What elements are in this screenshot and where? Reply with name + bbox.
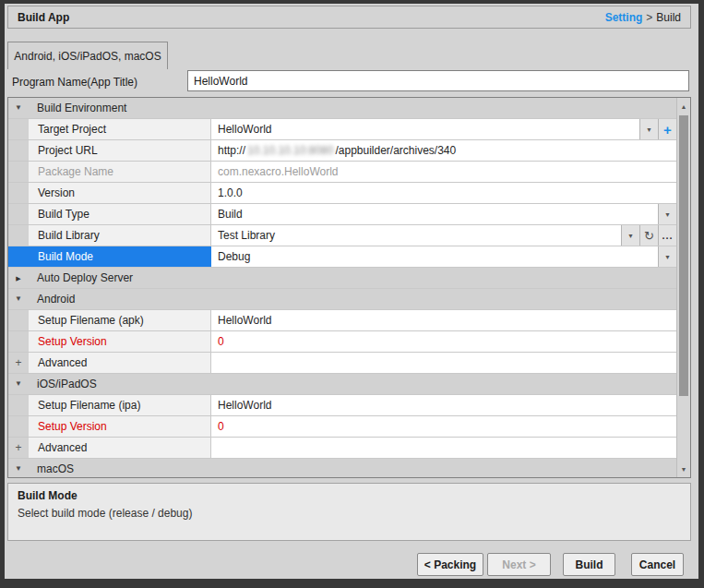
tab-android-ios-macos[interactable]: Android, iOS/iPadOS, macOS: [7, 42, 168, 69]
row-indent: [8, 331, 29, 352]
setup-filename-ipa-field[interactable]: HelloWorld: [211, 395, 676, 415]
grid-row-advanced-ios[interactable]: + Advanced: [8, 438, 676, 459]
build-library-field[interactable]: Test Library: [211, 225, 621, 246]
setup-version-apk-field[interactable]: 0: [211, 331, 676, 352]
row-indent: [8, 162, 29, 182]
group-row-macos[interactable]: ▼ macOS: [8, 459, 676, 477]
group-label: iOS/iPadOS: [29, 374, 97, 394]
build-library-dropdown-button[interactable]: ▼: [621, 225, 639, 246]
grid-row-build-mode[interactable]: Build Mode Debug ▼: [8, 246, 676, 268]
prop-label: Advanced: [29, 438, 211, 458]
row-expander[interactable]: +: [8, 438, 29, 458]
grid-row-build-type[interactable]: Build Type Build ▼: [8, 204, 676, 225]
breadcrumb: Setting > Build: [605, 11, 681, 24]
group-row-auto-deploy-server[interactable]: ▶ Auto Deploy Server: [8, 268, 676, 289]
prop-label-error: Setup Version: [29, 416, 211, 437]
grid-row-setup-filename-apk[interactable]: Setup Filename (apk) HelloWorld: [8, 310, 676, 331]
description-title: Build Mode: [18, 489, 681, 502]
property-description-panel: Build Mode Select build mode (release / …: [7, 483, 691, 541]
prop-label: Setup Filename (ipa): [29, 395, 211, 415]
dialog-title: Build App: [18, 11, 69, 24]
group-row-build-environment[interactable]: ▼ Build Environment: [8, 98, 676, 119]
breadcrumb-separator: >: [646, 11, 652, 24]
row-indent: [8, 395, 29, 415]
setup-filename-apk-field[interactable]: HelloWorld: [211, 310, 676, 330]
prop-label: Package Name: [29, 162, 211, 182]
add-project-button[interactable]: +: [658, 119, 676, 139]
build-mode-field[interactable]: Debug: [211, 246, 658, 267]
grid-row-setup-version-ipa[interactable]: Setup Version 0: [8, 416, 676, 438]
group-label: Build Environment: [29, 98, 126, 118]
build-type-dropdown-button[interactable]: ▼: [658, 204, 676, 224]
project-url-field[interactable]: http:// 10.10.10.10:8080 /appbuilder/arc…: [211, 140, 676, 161]
breadcrumb-current: Build: [656, 11, 681, 24]
version-field[interactable]: 1.0.0: [211, 183, 676, 203]
row-expander[interactable]: +: [8, 353, 29, 373]
property-grid-rows: ▼ Build Environment Target Project Hello…: [8, 98, 676, 477]
dialog-titlebar: Build App Setting > Build: [7, 6, 691, 29]
chevron-down-icon: ▼: [646, 126, 652, 133]
grid-row-package-name[interactable]: Package Name com.nexacro.HelloWorld: [8, 162, 676, 183]
row-expander[interactable]: ▼: [8, 98, 29, 118]
row-indent: [8, 416, 29, 437]
browse-library-button[interactable]: ...: [658, 225, 676, 246]
scroll-up-icon: ▲: [681, 103, 687, 110]
url-suffix: /appbuilder/archives/340: [335, 144, 456, 157]
breadcrumb-setting-link[interactable]: Setting: [605, 11, 643, 24]
ellipsis-icon: ...: [662, 230, 673, 241]
build-button[interactable]: Build: [563, 553, 615, 576]
property-grid: ▼ Build Environment Target Project Hello…: [7, 97, 691, 478]
group-row-ios-ipados[interactable]: ▼ iOS/iPadOS: [8, 374, 676, 395]
build-app-dialog: Build App Setting > Build Android, iOS/i…: [0, 0, 704, 588]
row-indent: [8, 310, 29, 330]
row-indent: [8, 119, 29, 139]
row-indent: [8, 183, 29, 203]
row-expander[interactable]: ▶: [8, 268, 29, 288]
grid-row-setup-version-apk[interactable]: Setup Version 0: [8, 331, 676, 353]
plus-icon: +: [663, 122, 672, 138]
target-project-dropdown-button[interactable]: ▼: [639, 119, 658, 139]
grid-row-project-url[interactable]: Project URL http:// 10.10.10.10:8080 /ap…: [8, 140, 676, 162]
scroll-down-button[interactable]: ▼: [677, 462, 690, 475]
tab-label: Android, iOS/iPadOS, macOS: [14, 50, 161, 63]
cancel-button[interactable]: Cancel: [631, 553, 684, 576]
group-label: Android: [29, 289, 75, 309]
grid-row-version[interactable]: Version 1.0.0: [8, 183, 676, 204]
prop-label: Build Type: [29, 204, 211, 224]
prop-label: Setup Filename (apk): [29, 310, 211, 330]
advanced-android-field: [211, 353, 676, 373]
prop-label: Version: [29, 183, 211, 203]
grid-row-build-library[interactable]: Build Library Test Library ▼ ↻ ...: [8, 225, 676, 246]
scrollbar-thumb[interactable]: [679, 115, 688, 396]
setup-version-ipa-field[interactable]: 0: [211, 416, 676, 437]
grid-row-target-project[interactable]: Target Project HelloWorld ▼ +: [8, 119, 676, 140]
expand-plus-icon: +: [15, 442, 21, 453]
packing-button[interactable]: < Packing: [417, 553, 483, 576]
collapse-icon: ▼: [15, 295, 22, 303]
refresh-library-button[interactable]: ↻: [639, 225, 658, 246]
group-label: macOS: [29, 459, 74, 477]
row-indent: [8, 204, 29, 224]
program-name-label: Program Name(App Title): [12, 72, 137, 92]
url-prefix: http://: [218, 144, 245, 157]
build-mode-dropdown-button[interactable]: ▼: [658, 246, 676, 267]
scroll-up-button[interactable]: ▲: [677, 100, 690, 113]
group-row-android[interactable]: ▼ Android: [8, 289, 676, 310]
target-project-field[interactable]: HelloWorld: [211, 119, 639, 139]
collapse-icon: ▼: [15, 465, 22, 473]
prop-label-error: Setup Version: [29, 331, 211, 352]
row-expander[interactable]: ▼: [8, 374, 29, 394]
build-type-field[interactable]: Build: [211, 204, 658, 224]
chevron-down-icon: ▼: [627, 233, 634, 239]
grid-scrollbar[interactable]: ▲ ▼: [676, 98, 690, 477]
program-name-input[interactable]: [187, 70, 689, 91]
expand-plus-icon: +: [15, 357, 21, 368]
grid-row-advanced-android[interactable]: + Advanced: [8, 353, 676, 374]
group-label: Auto Deploy Server: [29, 268, 133, 288]
url-redacted-segment: 10.10.10.10:8080: [247, 144, 333, 157]
grid-row-setup-filename-ipa[interactable]: Setup Filename (ipa) HelloWorld: [8, 395, 676, 416]
row-expander[interactable]: ▼: [8, 289, 29, 309]
chevron-down-icon: ▼: [664, 211, 671, 218]
description-text: Select build mode (release / debug): [18, 507, 681, 520]
row-expander[interactable]: ▼: [8, 459, 29, 477]
